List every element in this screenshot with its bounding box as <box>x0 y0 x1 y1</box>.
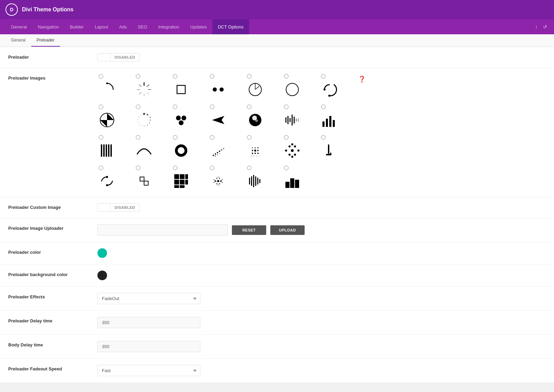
svg-point-106 <box>222 179 223 180</box>
preloader-radio-20[interactable] <box>284 135 288 140</box>
preloader-radio-27[interactable] <box>284 166 288 170</box>
preloader-effects-control: FadeOut FadeIn SlideUp SlideDown None <box>97 293 546 304</box>
preloader-item-7 <box>320 74 354 99</box>
preloader-toggle[interactable]: DISABLED <box>97 53 140 61</box>
nav-item-integration[interactable]: Integration <box>153 19 185 34</box>
svg-rect-117 <box>285 182 290 188</box>
preloader-radio-26[interactable] <box>247 166 251 170</box>
body-delay-row: Body Delay time <box>0 335 554 359</box>
svg-line-5 <box>139 85 141 87</box>
preloader-icon-20 <box>283 141 302 160</box>
svg-rect-43 <box>329 116 331 127</box>
sub-tab-general[interactable]: General <box>5 34 31 47</box>
main-nav: General Navigation Builder Layout Ads SE… <box>0 19 554 34</box>
svg-point-29 <box>179 120 184 125</box>
nav-item-navigation[interactable]: Navigation <box>32 19 64 34</box>
preloader-radio-14[interactable] <box>321 105 326 109</box>
nav-item-dct-options[interactable]: DCT Options <box>212 19 249 34</box>
sub-tab-preloader[interactable]: Preloader <box>31 34 60 47</box>
svg-point-15 <box>286 83 298 96</box>
preloader-item-15 <box>97 135 132 160</box>
preloader-effects-select[interactable]: FadeOut FadeIn SlideUp SlideDown None <box>97 293 200 304</box>
upload-button[interactable]: UPLOAD <box>270 225 305 235</box>
preloader-item-2 <box>134 74 169 99</box>
svg-point-20 <box>143 113 145 115</box>
preloader-radio-11[interactable] <box>210 105 214 109</box>
preloader-image-uploader-control: RESET UPLOAD <box>97 224 546 236</box>
preloader-radio-10[interactable] <box>173 105 177 109</box>
svg-point-24 <box>149 122 150 123</box>
preloader-icon-8 <box>97 110 117 130</box>
nav-item-layout[interactable]: Layout <box>89 19 114 34</box>
preloader-radio-16[interactable] <box>136 135 140 140</box>
preloader-item-20 <box>283 135 317 160</box>
preloader-item-24 <box>172 166 206 191</box>
preloader-fadeout-speed-select[interactable]: Fast Medium Slow <box>97 365 200 376</box>
app-logo: D <box>5 3 18 16</box>
preloader-icon-26 <box>246 171 265 191</box>
preloader-radio-15[interactable] <box>99 135 103 140</box>
custom-toggle-off <box>98 204 110 211</box>
preloader-radio-25[interactable] <box>210 166 214 170</box>
svg-rect-90 <box>174 174 179 179</box>
preloader-radio-13[interactable] <box>284 105 288 109</box>
preloader-bg-color-row: Preloader background color <box>0 264 554 287</box>
preloader-fadeout-speed-row: Preloader Fadeout Speed Fast Medium Slow <box>0 359 554 382</box>
nav-item-builder[interactable]: Builder <box>64 19 89 34</box>
svg-line-6 <box>147 92 149 94</box>
nav-item-general[interactable]: General <box>5 19 32 34</box>
svg-point-107 <box>213 182 215 183</box>
preloader-icon-13 <box>283 110 302 130</box>
svg-point-58 <box>215 156 216 157</box>
svg-point-68 <box>255 147 256 149</box>
preloader-radio-8[interactable] <box>99 105 103 109</box>
reset-button[interactable]: RESET <box>232 225 266 235</box>
preloader-radio-22[interactable] <box>99 166 103 170</box>
svg-point-10 <box>213 87 217 92</box>
svg-rect-42 <box>326 119 328 127</box>
svg-rect-39 <box>296 119 297 121</box>
svg-point-103 <box>216 183 217 185</box>
sort-button[interactable]: ↕ <box>534 23 539 31</box>
preloader-radio-9[interactable] <box>136 105 140 109</box>
preloader-image-input[interactable] <box>97 224 228 236</box>
reset-button[interactable]: ↺ <box>542 23 549 31</box>
svg-point-75 <box>288 145 291 147</box>
preloader-color-label: Preloader color <box>8 248 97 255</box>
preloader-images-help[interactable]: ❓ <box>358 75 366 83</box>
preloader-radio-7[interactable] <box>321 74 326 79</box>
preloader-icon-9 <box>134 110 154 130</box>
svg-point-110 <box>217 185 219 186</box>
svg-point-57 <box>223 148 224 149</box>
preloader-radio-4[interactable] <box>210 74 214 79</box>
preloader-radio-17[interactable] <box>173 135 177 140</box>
preloader-radio-5[interactable] <box>247 74 251 79</box>
preloader-item-8 <box>97 105 132 130</box>
preloader-radio-1[interactable] <box>99 74 103 79</box>
preloader-radio-19[interactable] <box>247 135 251 140</box>
preloader-radio-21[interactable] <box>321 135 326 140</box>
preloader-delay-input[interactable] <box>97 317 200 328</box>
body-delay-input[interactable] <box>97 341 200 352</box>
nav-item-ads[interactable]: Ads <box>114 19 132 34</box>
nav-item-seo[interactable]: SEO <box>132 19 153 34</box>
preloader-radio-23[interactable] <box>136 166 140 170</box>
toggle-off-indicator <box>98 54 110 61</box>
preloader-custom-image-toggle[interactable]: DISABLED <box>97 203 140 212</box>
preloader-icon-7 <box>320 80 339 99</box>
svg-point-109 <box>217 176 219 178</box>
nav-item-updates[interactable]: Updates <box>185 19 212 34</box>
preloader-fadeout-speed-control: Fast Medium Slow <box>97 365 546 376</box>
preloader-radio-6[interactable] <box>284 74 288 79</box>
preloader-custom-image-control: DISABLED <box>97 203 546 212</box>
preloader-bg-color-swatch[interactable] <box>97 271 107 280</box>
preloader-item-22 <box>97 166 132 191</box>
preloader-radio-2[interactable] <box>136 74 140 79</box>
preloader-color-swatch[interactable] <box>97 248 107 258</box>
preloader-icon-3 <box>172 80 191 99</box>
preloader-item-11 <box>209 105 243 130</box>
preloader-radio-24[interactable] <box>173 166 177 170</box>
preloader-radio-18[interactable] <box>210 135 214 140</box>
preloader-radio-12[interactable] <box>247 105 251 109</box>
preloader-radio-3[interactable] <box>173 74 177 79</box>
